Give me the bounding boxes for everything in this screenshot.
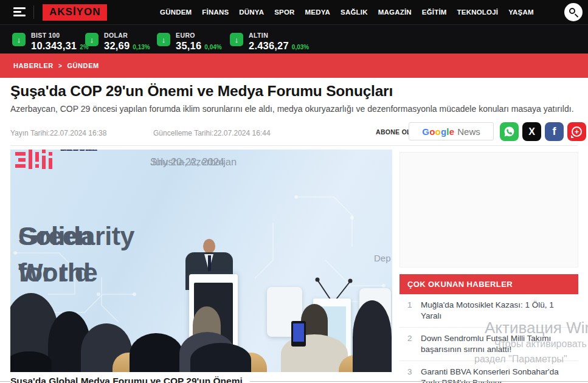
breadcrumb: HABERLER > GÜNDEM: [13, 62, 99, 69]
google-letter: o: [435, 126, 441, 137]
follow-bubble-tail: [571, 135, 574, 138]
breadcrumb-gundem[interactable]: GÜNDEM: [67, 62, 99, 69]
most-read-title-text: Muğla'da Motosiklet Kazası: 1 Ölü, 1 Yar…: [421, 300, 571, 322]
nav-item-saglik[interactable]: SAĞLIK: [341, 9, 368, 16]
down-arrow-icon: ↓: [85, 33, 99, 46]
most-read-title-text: Garanti BBVA Konserleri Sonbahar'da Zorl…: [421, 367, 571, 383]
ticker-value: 32,69: [104, 40, 130, 52]
breadcrumb-haberler[interactable]: HABERLER: [13, 62, 54, 69]
down-arrow-icon: ↓: [157, 33, 170, 46]
google-letter: G: [422, 126, 429, 137]
breadcrumb-bar: HABERLER > GÜNDEM: [0, 53, 588, 78]
audience-silhouette: [190, 343, 251, 372]
hamburger-bar: [13, 7, 26, 9]
whatsapp-share-button[interactable]: [500, 122, 519, 141]
subscribe-label: ABONE OL: [376, 128, 411, 136]
speaker-head: [203, 239, 215, 254]
ticker-change: 0,03%: [292, 44, 309, 50]
down-arrow-icon: ↓: [12, 33, 26, 46]
ticker-change: 0,04%: [204, 44, 221, 50]
nav-item-magazin[interactable]: MAGAZİN: [378, 9, 412, 16]
whatsapp-icon: [503, 126, 515, 137]
google-letter: o: [429, 126, 435, 137]
rank-number: 2: [407, 333, 413, 355]
ticker-euro[interactable]: ↓ EURO 35,16 0,04%: [157, 32, 222, 52]
facebook-icon: f: [553, 125, 556, 138]
nav-item-gundem[interactable]: GÜNDEM: [160, 9, 192, 16]
phone-screen: [293, 323, 304, 342]
nav-item-teknoloji[interactable]: TEKNOLOJİ: [457, 9, 499, 16]
horizontal-divider: [10, 145, 578, 146]
google-letter: e: [449, 126, 455, 137]
search-icon-handle: [575, 13, 579, 18]
main-nav: GÜNDEM FİNANS DÜNYA SPOR MEDYA SAĞLIK MA…: [160, 0, 534, 24]
ticker-change: 0,13%: [133, 44, 150, 50]
nav-item-finans[interactable]: FİNANS: [202, 9, 229, 16]
speaker-tie: [208, 255, 211, 271]
most-read-item-2[interactable]: 2 Down Sendromlu Futsal Milli Takımı baş…: [399, 328, 578, 361]
event-place: Shusha, Azerbaijan: [150, 156, 237, 168]
ticker-label: ALTIN: [249, 32, 309, 39]
follow-share-button[interactable]: +: [567, 122, 586, 141]
most-read-item-1[interactable]: 1 Muğla'da Motosiklet Kazası: 1 Ölü, 1 Y…: [399, 294, 578, 328]
shusha-forum-logo-icon: [15, 150, 55, 182]
hamburger-bar: [13, 15, 26, 16]
site-logo[interactable]: AKSİYON: [43, 4, 107, 21]
most-read-list: 1 Muğla'da Motosiklet Kazası: 1 Ölü, 1 Y…: [399, 294, 578, 383]
search-icon: [569, 8, 575, 14]
logo-line: FORUM: [60, 150, 93, 153]
article-hero-image[interactable]: SHUSHA GLOBAL MEDIA FORUM July 20-22, 20…: [10, 150, 392, 372]
x-share-button[interactable]: X: [522, 122, 541, 141]
nav-item-spor[interactable]: SPOR: [274, 9, 294, 16]
ticker-value: 10.343,31: [31, 40, 77, 52]
finance-ticker: ↓ BIST 100 10.343,31 2% ↓ DOLAR 32,69 0,…: [0, 24, 588, 53]
ticker-label: BIST 100: [31, 32, 89, 39]
top-header: AKSİYON GÜNDEM FİNANS DÜNYA SPOR MEDYA S…: [0, 0, 588, 24]
audience-silhouette: [130, 333, 183, 372]
rank-number: 3: [407, 367, 413, 383]
header-divider: [33, 5, 34, 19]
rank-number: 1: [407, 300, 413, 322]
ticker-label: EURO: [176, 32, 222, 39]
article-subtitle: Azerbaycan, COP 29 öncesi yapılan forumd…: [10, 104, 582, 114]
search-button[interactable]: [564, 3, 583, 21]
nav-item-medya[interactable]: MEDYA: [305, 9, 330, 16]
most-read-item-3[interactable]: 3 Garanti BBVA Konserleri Sonbahar'da Zo…: [399, 361, 578, 383]
chevron-right-icon: >: [58, 63, 62, 69]
x-icon: X: [528, 126, 535, 137]
ticker-altin[interactable]: ↓ ALTIN 2.436,27 0,03%: [230, 32, 309, 52]
next-article-heading[interactable]: Şuşa'da Global Medya Forumu ve COP 29'un…: [10, 376, 250, 383]
ticker-value: 2.436,27: [249, 40, 289, 52]
ticker-bist[interactable]: ↓ BIST 100 10.343,31 2%: [12, 32, 89, 52]
ticker-dolar[interactable]: ↓ DOLAR 32,69 0,13%: [85, 32, 150, 52]
google-news-button[interactable]: G o o g l e News: [409, 122, 494, 140]
phone-in-hand: [291, 321, 306, 347]
facebook-share-button[interactable]: f: [545, 122, 564, 141]
nav-item-yasam[interactable]: YAŞAM: [508, 9, 533, 16]
publish-date: Yayın Tarihi:22.07.2024 16:38: [10, 129, 106, 137]
most-read-header: ÇOK OKUNAN HABERLER: [399, 274, 578, 294]
nav-item-dunya[interactable]: DÜNYA: [239, 9, 264, 16]
google-letter: g: [441, 126, 446, 137]
down-arrow-icon: ↓: [230, 33, 243, 46]
article-title: Şuşa'da COP 29'un Önemi ve Medya Forumu …: [10, 83, 576, 100]
photo-credit: Dep: [374, 253, 391, 263]
ticker-label: DOLAR: [104, 32, 150, 39]
audience-silhouette: [353, 300, 392, 372]
update-date: Güncelleme Tarihi:22.07.2024 16:44: [153, 129, 271, 137]
hamburger-bar: [13, 11, 21, 13]
ticker-value: 35,16: [176, 40, 201, 52]
most-read-title-text: Down Sendromlu Futsal Milli Takımı başar…: [421, 333, 571, 355]
ad-slot: [399, 152, 578, 267]
hamburger-menu-icon[interactable]: [13, 7, 26, 17]
nav-item-egitim[interactable]: EĞİTİM: [422, 9, 447, 16]
audience-silhouette: [10, 351, 52, 372]
google-news-word: News: [457, 126, 480, 137]
